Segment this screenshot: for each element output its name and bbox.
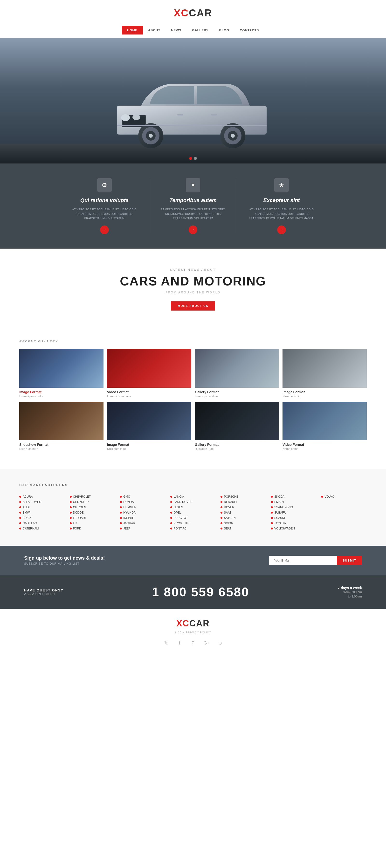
nav-item-gallery[interactable]: GALLERY — [187, 26, 214, 34]
footer-logo[interactable]: XCCAR — [5, 618, 381, 628]
manufacturer-label: FERRARI — [73, 516, 86, 520]
signup-text: Sign up below to get news & deals! SUBSC… — [24, 555, 105, 565]
pinterest-icon[interactable]: P — [189, 639, 197, 647]
google-plus-icon[interactable]: G+ — [202, 639, 211, 647]
hero-dot-2[interactable] — [194, 157, 197, 160]
manufacturer-item[interactable]: SAAB — [220, 510, 266, 515]
manufacturer-item[interactable]: HUMMER — [120, 505, 166, 510]
svg-point-12 — [231, 134, 235, 138]
gallery-item-4[interactable]: Image Format Nemo enim ip — [283, 349, 367, 398]
nav-item-contacts[interactable]: CONTACTS — [235, 26, 264, 34]
manufacturer-item[interactable]: FERRARI — [70, 515, 115, 521]
manufacturers-grid: ACURAALFA ROMEOAUDIBMWBUICKCADILLACCATER… — [19, 494, 367, 531]
gallery-item-3[interactable]: Gallery Format Lorem ipsum dolor — [195, 349, 279, 398]
manufacturer-item[interactable]: DODGE — [70, 510, 115, 515]
contact-hours1: 7 days a week — [338, 586, 362, 590]
manufacturer-item[interactable]: FIAT — [70, 521, 115, 526]
manufacturer-item[interactable]: CITROEN — [70, 505, 115, 510]
site-footer: XCCAR © 2014 PRIVACY POLICY 𝕏 f P G+ ⊙ — [0, 609, 386, 652]
nav-item-home[interactable]: HOME — [122, 26, 143, 34]
manufacturer-item[interactable]: RENAULT — [220, 499, 266, 505]
manufacturer-item[interactable]: VOLKSWAGEN — [271, 526, 317, 531]
svg-rect-15 — [211, 114, 217, 116]
gallery-item-2[interactable]: Video Format Lorem ipsum dolor — [107, 349, 191, 398]
manufacturer-item[interactable]: LAND ROVER — [170, 499, 216, 505]
twitter-icon[interactable]: 𝕏 — [161, 639, 170, 647]
signup-submit-button[interactable]: submit — [337, 556, 362, 565]
manufacturer-item[interactable]: LEXUS — [170, 505, 216, 510]
manufacturer-item[interactable]: PLYMOUTH — [170, 521, 216, 526]
gallery-format-8: Video Format — [283, 443, 367, 446]
feature-arrow-3[interactable]: → — [277, 225, 286, 234]
manufacturer-label: FIAT — [73, 522, 79, 525]
manufacturer-item[interactable]: GMC — [120, 494, 166, 499]
manufacturer-item[interactable]: SKODA — [271, 494, 317, 499]
footer-logo-xc: XC — [176, 618, 189, 628]
manufacturer-dot — [70, 506, 72, 508]
manufacturer-item[interactable]: SUBARU — [271, 510, 317, 515]
facebook-icon[interactable]: f — [175, 639, 184, 647]
manufacturer-item[interactable]: SEAT — [220, 526, 266, 531]
manufacturer-item[interactable]: BUICK — [19, 515, 65, 521]
manufacturer-item[interactable]: CHEVROLET — [70, 494, 115, 499]
manufacturer-item[interactable]: PEUGEOT — [170, 515, 216, 521]
manufacturer-item[interactable]: SSANGYONG — [271, 505, 317, 510]
manufacturer-dot — [321, 496, 323, 498]
manufacturer-label: CADILLAC — [23, 522, 37, 525]
gallery-item-5[interactable]: Slideshow Format Duis aute irure — [19, 402, 103, 451]
manufacturer-item[interactable]: CHRYSLER — [70, 499, 115, 505]
news-section: LATEST NEWS ABOUT CARS AND MOTORING FROM… — [0, 249, 386, 325]
manufacturer-label: VOLVO — [325, 495, 334, 498]
gallery-caption-5: Duis aute irure — [19, 447, 103, 451]
gallery-thumb-2 — [107, 349, 191, 388]
nav-item-blog[interactable]: BLOG — [214, 26, 235, 34]
manufacturer-item[interactable]: ROVER — [220, 505, 266, 510]
manufacturer-item[interactable]: BMW — [19, 510, 65, 515]
manufacturer-item[interactable]: SCION — [220, 521, 266, 526]
manufacturer-item[interactable]: AUDI — [19, 505, 65, 510]
manufacturer-item[interactable]: TOYOTA — [271, 521, 317, 526]
manufacturer-item[interactable]: SMART — [271, 499, 317, 505]
manufacturer-dot — [220, 512, 222, 514]
nav-item-about[interactable]: ABOUT — [143, 26, 166, 34]
manufacturer-label: HYUNDAI — [123, 511, 136, 514]
manufacturer-item[interactable]: SUZUKI — [271, 515, 317, 521]
nav-item-news[interactable]: NEWS — [166, 26, 187, 34]
feature-item-2: ✦ Temporibus autem AT VERO EOS ET ACCUSA… — [149, 178, 237, 234]
gallery-item-8[interactable]: Video Format Nemo enmp — [283, 402, 367, 451]
hero-dot-1[interactable] — [189, 157, 192, 160]
manufacturer-item[interactable]: HYUNDAI — [120, 510, 166, 515]
manufacturer-dot — [120, 528, 122, 529]
feature-arrow-2[interactable]: → — [189, 225, 197, 234]
manufacturer-label: ROVER — [224, 506, 234, 509]
contact-right: 7 days a week from 8:00 am to 3:00am — [338, 586, 362, 598]
manufacturer-item[interactable]: PORSCHE — [220, 494, 266, 499]
manufacturer-item[interactable]: JEEP — [120, 526, 166, 531]
github-icon[interactable]: ⊙ — [216, 639, 225, 647]
manufacturer-item[interactable]: ACURA — [19, 494, 65, 499]
manufacturer-item[interactable]: CATERHAM — [19, 526, 65, 531]
manufacturer-item[interactable]: HONDA — [120, 499, 166, 505]
gallery-caption-6: Duis aute irure — [107, 447, 191, 451]
manufacturer-item[interactable]: INFINITI — [120, 515, 166, 521]
manufacturer-item[interactable]: OPEL — [170, 510, 216, 515]
manufacturer-item[interactable]: JAGUAR — [120, 521, 166, 526]
gallery-thumb-4 — [283, 349, 367, 388]
manufacturer-label: SAAB — [224, 511, 232, 514]
gallery-format-6: Image Format — [107, 443, 191, 446]
manufacturer-item[interactable]: FORD — [70, 526, 115, 531]
gallery-item-1[interactable]: Image Format Lorem ipsum dolor — [19, 349, 103, 398]
contact-label2: ASK A SPECIALIST — [24, 592, 63, 596]
manufacturer-item[interactable]: LANCIA — [170, 494, 216, 499]
manufacturer-item[interactable]: VOLVO — [321, 494, 367, 499]
more-about-us-button[interactable]: MORE ABOUT US — [171, 301, 215, 311]
email-input[interactable] — [269, 556, 337, 565]
manufacturer-item[interactable]: ALFA ROMEO — [19, 499, 65, 505]
manufacturer-item[interactable]: CADILLAC — [19, 521, 65, 526]
manufacturer-item[interactable]: SATURN — [220, 515, 266, 521]
gallery-item-7[interactable]: Gallery Format Duis aute irure — [195, 402, 279, 451]
feature-arrow-1[interactable]: → — [100, 225, 109, 234]
gallery-item-6[interactable]: Image Format Duis aute irure — [107, 402, 191, 451]
manufacturer-item[interactable]: PONTIAC — [170, 526, 216, 531]
logo[interactable]: XCCAR — [0, 7, 386, 19]
